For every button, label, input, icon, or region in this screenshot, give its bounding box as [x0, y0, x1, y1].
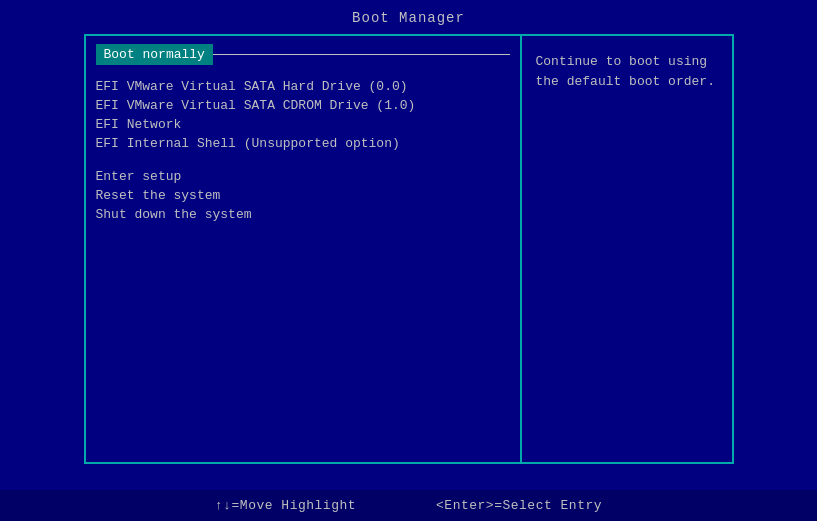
header-divider: [213, 54, 510, 55]
efi-network-item[interactable]: EFI Network: [96, 115, 510, 134]
menu-header-row: Boot normally: [86, 36, 520, 65]
main-container: Boot normally EFI VMware Virtual SATA Ha…: [84, 34, 734, 464]
footer-content: ↑↓=Move Highlight <Enter>=Select Entry: [0, 498, 817, 513]
menu-items: EFI VMware Virtual SATA Hard Drive (0.0)…: [86, 77, 520, 224]
select-hint: <Enter>=Select Entry: [436, 498, 602, 513]
description-text: Continue to boot usingthe default boot o…: [536, 54, 715, 89]
footer-bar: ↑↓=Move Highlight <Enter>=Select Entry: [0, 490, 817, 521]
menu-panel: Boot normally EFI VMware Virtual SATA Ha…: [86, 36, 522, 462]
menu-spacer-1: [96, 153, 510, 167]
description-panel: Continue to boot usingthe default boot o…: [522, 36, 732, 462]
efi-shell-item[interactable]: EFI Internal Shell (Unsupported option): [96, 134, 510, 153]
reset-system-item[interactable]: Reset the system: [96, 186, 510, 205]
boot-normally-item[interactable]: Boot normally: [96, 44, 213, 65]
efi-sata-cdrom-item[interactable]: EFI VMware Virtual SATA CDROM Drive (1.0…: [96, 96, 510, 115]
efi-sata-hdd-item[interactable]: EFI VMware Virtual SATA Hard Drive (0.0): [96, 77, 510, 96]
enter-setup-item[interactable]: Enter setup: [96, 167, 510, 186]
nav-hint: ↑↓=Move Highlight: [215, 498, 356, 513]
title-bar: Boot Manager: [0, 0, 817, 34]
shutdown-system-item[interactable]: Shut down the system: [96, 205, 510, 224]
page-title: Boot Manager: [352, 10, 465, 26]
